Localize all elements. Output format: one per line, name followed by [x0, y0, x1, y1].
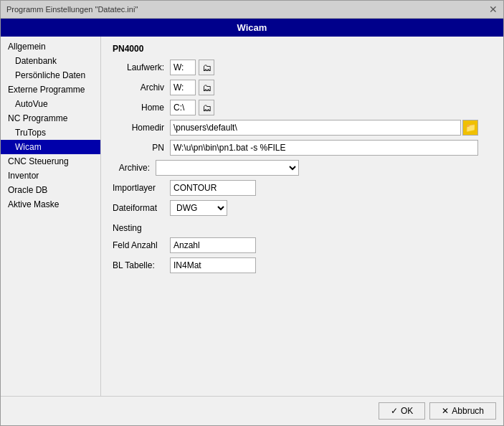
ok-label: OK [401, 406, 413, 416]
sidebar-item-externe-programme[interactable]: Externe Programme [1, 82, 100, 97]
section-title: PN4000 [113, 44, 492, 54]
homedir-label: Homedir [113, 123, 170, 133]
archive-select[interactable] [156, 160, 299, 176]
bl-tabelle-input[interactable] [170, 257, 256, 273]
ok-button[interactable]: ✓ OK [379, 402, 425, 420]
main-window: Programm Einstellungen "Datatec.ini" ✕ W… [0, 0, 504, 426]
archiv-row: Archiv 🗂 [113, 80, 492, 95]
sidebar-item-nc-programme[interactable]: NC Programme [1, 111, 100, 126]
sidebar-item-inventor[interactable]: Inventor [1, 169, 100, 183]
laufwerk-drive-row: 🗂 [170, 60, 214, 75]
sidebar-item-oracle-db[interactable]: Oracle DB [1, 183, 100, 197]
sidebar-item-autovue[interactable]: AutoVue [1, 97, 100, 111]
cancel-button[interactable]: ✕ Abbruch [429, 402, 496, 420]
ok-icon: ✓ [391, 406, 398, 416]
archiv-input[interactable] [170, 80, 196, 95]
archiv-label: Archiv [113, 82, 170, 93]
homedir-row: Homedir 📁 [113, 120, 492, 136]
pn-label: PN [113, 143, 170, 153]
content-area: Allgemein Datenbank Persönliche Daten Ex… [1, 37, 503, 396]
feld-anzahl-row: Feld Anzahl [113, 237, 492, 253]
archive-label: Archive: [113, 163, 156, 173]
sidebar: Allgemein Datenbank Persönliche Daten Ex… [1, 37, 101, 396]
cancel-label: Abbruch [452, 406, 484, 416]
dialog-header: Wicam [1, 19, 503, 37]
archive-row: Archive: [113, 160, 492, 176]
title-bar: Programm Einstellungen "Datatec.ini" ✕ [1, 1, 503, 19]
bl-tabelle-label: BL Tabelle: [113, 260, 170, 270]
sidebar-item-cnc-steuerung[interactable]: CNC Steuerung [1, 154, 100, 169]
home-browse-btn[interactable]: 🗂 [199, 100, 214, 115]
laufwerk-browse-btn[interactable]: 🗂 [199, 60, 214, 75]
importlayer-label: Importlayer [113, 183, 170, 193]
bl-tabelle-row: BL Tabelle: [113, 257, 492, 273]
main-panel: PN4000 Laufwerk: 🗂 Archiv 🗂 Home [101, 37, 503, 396]
homedir-input-row: 📁 [170, 120, 478, 136]
home-row: Home 🗂 [113, 100, 492, 115]
nesting-label: Nesting [113, 223, 492, 233]
sidebar-item-trutops[interactable]: TruTops [1, 126, 100, 140]
footer: ✓ OK ✕ Abbruch [1, 396, 503, 425]
dateiformat-row: Dateiformat DWG DXF IGES [113, 200, 492, 216]
sidebar-item-allgemein[interactable]: Allgemein [1, 39, 100, 54]
archiv-drive-row: 🗂 [170, 80, 214, 95]
dateiformat-select[interactable]: DWG DXF IGES [170, 200, 227, 216]
importlayer-input[interactable] [170, 180, 256, 196]
home-label: Home [113, 103, 170, 113]
archiv-browse-btn[interactable]: 🗂 [199, 80, 214, 95]
homedir-input[interactable] [170, 120, 461, 136]
pn-input[interactable] [170, 140, 478, 156]
pn-row: PN [113, 140, 492, 156]
laufwerk-label: Laufwerk: [113, 62, 170, 72]
feld-anzahl-input[interactable] [170, 237, 256, 253]
sidebar-item-wicam[interactable]: Wicam [1, 140, 100, 154]
cancel-icon: ✕ [442, 406, 449, 416]
sidebar-item-aktive-maske[interactable]: Aktive Maske [1, 197, 100, 212]
importlayer-row: Importlayer [113, 180, 492, 196]
window-title: Programm Einstellungen "Datatec.ini" [6, 5, 138, 14]
laufwerk-row: Laufwerk: 🗂 [113, 60, 492, 75]
nesting-section: Nesting Feld Anzahl BL Tabelle: [113, 223, 492, 273]
close-icon[interactable]: ✕ [489, 4, 498, 15]
dialog-title: Wicam [237, 22, 267, 33]
feld-anzahl-label: Feld Anzahl [113, 240, 170, 250]
home-drive-row: 🗂 [170, 100, 214, 115]
laufwerk-input[interactable] [170, 60, 196, 75]
sidebar-item-persoenliche-daten[interactable]: Persönliche Daten [1, 68, 100, 82]
sidebar-item-datenbank[interactable]: Datenbank [1, 54, 100, 68]
home-input[interactable] [170, 100, 196, 115]
homedir-browse-btn[interactable]: 📁 [462, 120, 478, 136]
dateiformat-label: Dateiformat [113, 203, 170, 213]
